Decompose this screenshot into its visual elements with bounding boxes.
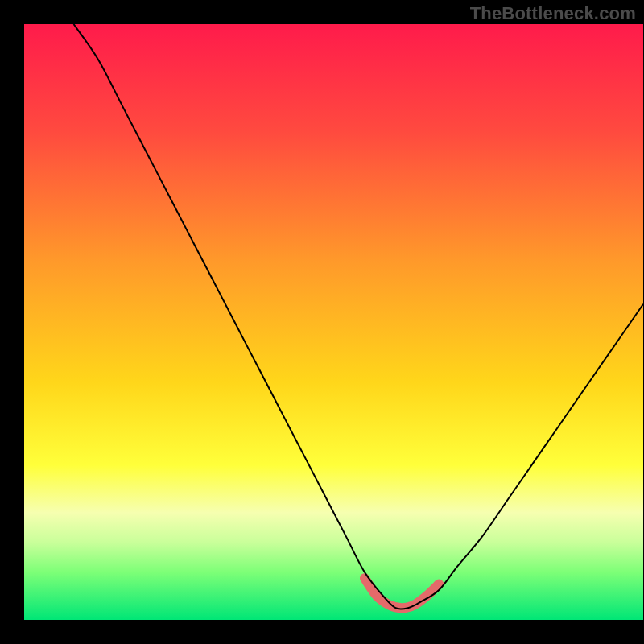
bottleneck-chart <box>24 24 643 620</box>
gradient-background <box>24 24 643 620</box>
chart-frame: TheBottleneck.com <box>0 0 644 644</box>
plot-area <box>24 24 643 620</box>
watermark-text: TheBottleneck.com <box>470 3 636 24</box>
